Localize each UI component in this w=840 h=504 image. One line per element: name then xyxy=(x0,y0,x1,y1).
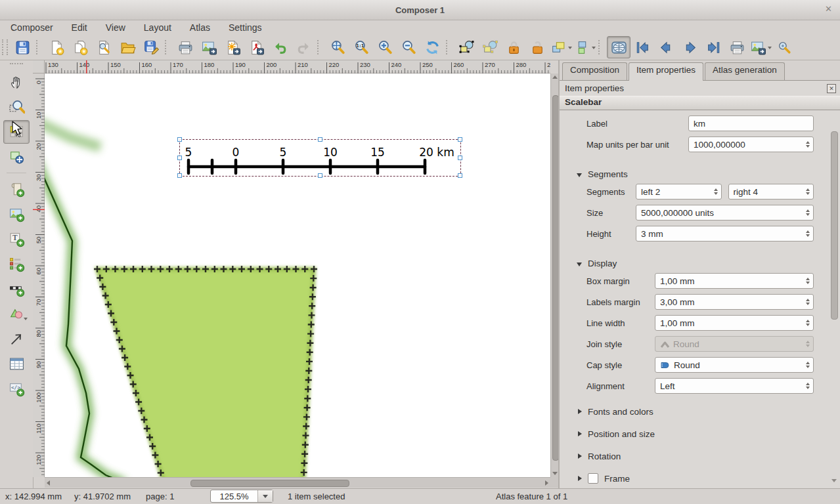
spin-arrows-icon[interactable] xyxy=(806,358,810,372)
dropdown-arrow-icon[interactable] xyxy=(768,47,772,51)
pan-button[interactable] xyxy=(3,70,30,94)
duplicate-composition-button[interactable] xyxy=(68,36,92,58)
height-spinbox[interactable]: 3 mm xyxy=(636,226,814,242)
spin-arrows-icon[interactable] xyxy=(806,137,810,152)
line-width-spinbox[interactable]: 1,00 mm xyxy=(655,315,814,331)
select-item-button[interactable] xyxy=(3,120,30,144)
menu-settings[interactable]: Settings xyxy=(219,21,271,34)
atlas-prev-button[interactable] xyxy=(654,36,678,58)
selection-handle[interactable] xyxy=(318,137,322,142)
zoom-in-button[interactable] xyxy=(373,36,397,58)
add-map-button[interactable] xyxy=(3,177,30,201)
selection-handle[interactable] xyxy=(458,137,462,142)
selection-handle[interactable] xyxy=(177,156,182,160)
menu-view[interactable]: View xyxy=(97,21,135,34)
segments-right-spinbox[interactable]: right 4 xyxy=(728,184,814,200)
print-atlas-button[interactable] xyxy=(725,36,749,58)
labels-margin-spinbox[interactable]: 3,00 mm xyxy=(655,294,814,310)
atlas-preview-button[interactable] xyxy=(607,36,630,58)
tab-atlas-generation[interactable]: Atlas generation xyxy=(705,62,785,80)
panel-close-icon[interactable]: ✕ xyxy=(827,84,836,93)
selection-handle[interactable] xyxy=(177,137,182,142)
size-spinbox[interactable]: 5000,000000 units xyxy=(636,205,814,220)
menu-composer[interactable]: Composer xyxy=(1,21,62,34)
composer-manager-button[interactable] xyxy=(92,36,116,58)
add-shape-button[interactable] xyxy=(3,302,30,326)
dropdown-arrow-icon[interactable] xyxy=(568,47,572,51)
atlas-first-button[interactable] xyxy=(630,36,654,58)
undo-button[interactable] xyxy=(268,36,292,58)
raise-items-button[interactable] xyxy=(549,36,573,58)
canvas-horizontal-scrollbar[interactable] xyxy=(45,477,550,488)
frame-checkbox[interactable] xyxy=(588,473,598,484)
alignment-combo[interactable]: Left xyxy=(655,378,814,394)
atlas-last-button[interactable] xyxy=(701,36,725,58)
export-atlas-button[interactable] xyxy=(749,36,772,58)
group-fonts-and-colors[interactable]: Fonts and colors xyxy=(577,407,835,416)
tab-composition[interactable]: Composition xyxy=(562,62,627,80)
add-html-button[interactable]: </> xyxy=(3,377,30,400)
lock-items-button[interactable] xyxy=(502,36,525,58)
panel-scroll-down-icon[interactable] xyxy=(831,479,837,485)
print-button[interactable] xyxy=(173,36,197,58)
add-attribute-table-button[interactable] xyxy=(3,352,30,375)
zoom-tool-button[interactable] xyxy=(3,95,30,119)
spin-arrows-icon[interactable] xyxy=(714,184,718,199)
menu-layout[interactable]: Layout xyxy=(135,21,181,34)
redo-button[interactable] xyxy=(292,36,315,58)
menu-atlas[interactable]: Atlas xyxy=(181,21,219,34)
add-scalebar-button[interactable] xyxy=(3,277,30,301)
segments-left-spinbox[interactable]: left 2 xyxy=(636,184,722,200)
box-margin-spinbox[interactable]: 1,00 mm xyxy=(655,273,814,289)
open-button[interactable] xyxy=(116,36,139,58)
selection-handle[interactable] xyxy=(458,173,462,178)
spin-arrows-icon[interactable] xyxy=(806,184,810,199)
spin-arrows-icon[interactable] xyxy=(806,316,810,330)
unlock-items-button[interactable] xyxy=(525,36,549,58)
selection-handle[interactable] xyxy=(458,156,462,160)
scalebar-item[interactable]: 505101520 km xyxy=(179,139,461,177)
zoom-out-button[interactable] xyxy=(397,36,420,58)
add-image-button[interactable] xyxy=(3,202,30,226)
zoom-actual-button[interactable]: 1:1 xyxy=(349,36,373,58)
composition-canvas[interactable]: 505101520 km xyxy=(45,74,550,477)
scroll-left-icon[interactable] xyxy=(47,480,50,486)
atlas-next-button[interactable] xyxy=(678,36,701,58)
selection-handle[interactable] xyxy=(177,173,182,178)
spin-arrows-icon[interactable] xyxy=(806,226,810,241)
dropdown-arrow-icon[interactable] xyxy=(592,47,596,51)
map-units-spinbox[interactable]: 1000,000000 xyxy=(688,136,814,152)
group-segments[interactable]: Segments xyxy=(577,169,835,178)
canvas-vertical-scrollbar[interactable] xyxy=(550,74,558,477)
refresh-button[interactable] xyxy=(420,36,444,58)
add-arrow-button[interactable] xyxy=(3,327,30,350)
label-input[interactable]: km xyxy=(688,116,814,131)
horizontal-scroll-thumb[interactable] xyxy=(190,480,349,487)
zoom-full-button[interactable] xyxy=(326,36,349,58)
align-items-button[interactable] xyxy=(573,36,596,58)
zoom-level-combobox[interactable]: 125.5% xyxy=(210,490,273,503)
zoom-dropdown-icon[interactable] xyxy=(257,490,273,502)
scroll-up-icon[interactable] xyxy=(552,75,558,79)
spin-arrows-icon[interactable] xyxy=(806,379,810,393)
save-as-button[interactable] xyxy=(139,36,163,58)
save-button[interactable] xyxy=(11,36,34,58)
spin-arrows-icon[interactable] xyxy=(806,295,810,309)
scroll-right-icon[interactable] xyxy=(545,480,548,486)
add-legend-button[interactable] xyxy=(3,252,30,276)
deselect-all-button[interactable] xyxy=(478,36,502,58)
spin-arrows-icon[interactable] xyxy=(806,274,810,288)
scroll-down-icon[interactable] xyxy=(552,472,558,475)
spin-arrows-icon[interactable] xyxy=(806,205,810,220)
selection-handle[interactable] xyxy=(318,173,322,178)
tab-item-properties[interactable]: Item properties xyxy=(629,62,703,81)
export-svg-button[interactable] xyxy=(221,36,244,58)
atlas-settings-button[interactable] xyxy=(772,36,796,58)
new-composition-button[interactable] xyxy=(45,36,68,58)
menu-edit[interactable]: Edit xyxy=(62,21,97,34)
add-label-button[interactable]: T xyxy=(3,227,30,251)
group-rotation[interactable]: Rotation xyxy=(577,452,835,461)
group-frame[interactable]: Frame xyxy=(577,474,835,483)
cap-style-combo[interactable]: Round xyxy=(655,357,814,373)
panel-scroll-thumb[interactable] xyxy=(831,131,838,320)
